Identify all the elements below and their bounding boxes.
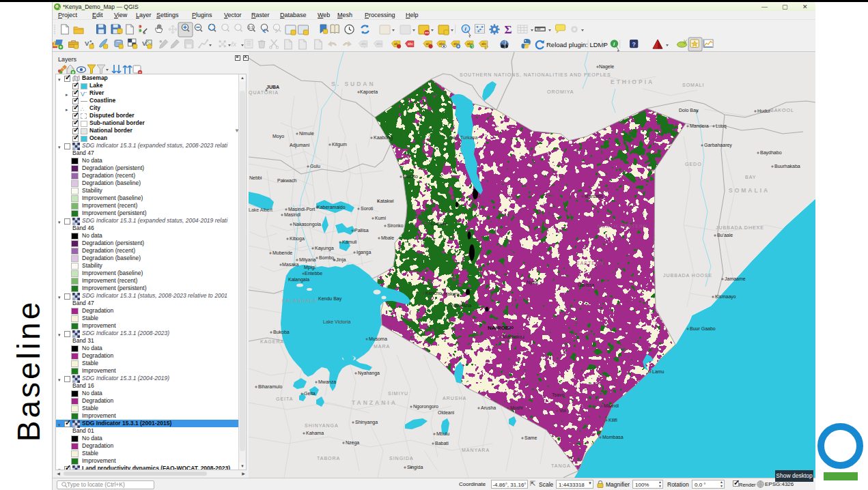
svg-text:Buurhakaba: Buurhakaba: [774, 164, 800, 169]
svg-text:Nebbi: Nebbi: [249, 175, 262, 180]
svg-text:EASTERN: EASTERN: [576, 261, 604, 265]
svg-text:Kamuli: Kamuli: [342, 240, 357, 244]
svg-text:Soroti: Soroti: [361, 206, 374, 211]
svg-text:Lodwar: Lodwar: [431, 221, 447, 226]
svg-text:Luuq: Luuq: [716, 124, 727, 129]
svg-text:Lake Turkana: Lake Turkana: [449, 135, 478, 140]
svg-text:Kaabong: Kaabong: [374, 135, 393, 141]
svg-text:ARUSHA: ARUSHA: [443, 396, 466, 401]
svg-text:Pakwach: Pakwach: [277, 178, 297, 183]
svg-text:Nakasongola: Nakasongola: [293, 222, 321, 227]
svg-text:Garissa: Garissa: [578, 283, 594, 287]
svg-text:Jamaame: Jamaame: [725, 276, 746, 281]
svg-text:SOUTHERN NATIONS, NATIONALITIE: SOUTHERN NATIONS, NATIONALITIES AND PEOP…: [460, 72, 611, 77]
svg-text:Moshi: Moshi: [510, 405, 523, 410]
svg-text:BAKOOL: BAKOOL: [770, 108, 794, 113]
svg-text:Mubende: Mubende: [272, 250, 292, 255]
svg-text:Reload plugin: LDMP: Reload plugin: LDMP: [546, 41, 608, 48]
svg-text:TABORA: TABORA: [317, 456, 340, 461]
svg-text:JUBA: JUBA: [266, 85, 279, 89]
svg-text:Kilifi: Kilifi: [608, 418, 617, 422]
svg-text:Voi: Voi: [559, 408, 566, 413]
svg-text:Bukoba: Bukoba: [273, 330, 290, 334]
svg-text:Lamu: Lamu: [652, 369, 664, 374]
svg-text:Kitgum: Kitgum: [332, 142, 347, 147]
svg-text:Kalangala: Kalangala: [288, 277, 309, 283]
svg-text:Bombo: Bombo: [319, 255, 334, 260]
svg-text:Kayunga: Kayunga: [315, 246, 334, 251]
svg-text:Nzega: Nzega: [346, 440, 359, 446]
svg-text:Singida: Singida: [407, 465, 423, 470]
svg-text:TANZANIA: TANZANIA: [352, 399, 397, 406]
svg-text:Nyahanga: Nyahanga: [358, 371, 380, 376]
svg-text:Sironko: Sironko: [387, 223, 404, 228]
svg-text:Arusha: Arusha: [481, 405, 496, 410]
svg-text:1:1: 1:1: [249, 25, 253, 29]
svg-text:Bu'aale: Bu'aale: [717, 233, 733, 237]
svg-text:Mwanza: Mwanza: [318, 379, 336, 384]
svg-text:fx: fx: [232, 40, 238, 48]
svg-text:Nakuru: Nakuru: [444, 291, 460, 296]
svg-text:Nagele: Nagele: [599, 64, 614, 70]
svg-text:a: a: [143, 30, 146, 35]
svg-text:abc: abc: [361, 42, 367, 46]
svg-text:KALANGALA: KALANGALA: [282, 298, 317, 303]
svg-text:Kismaayo: Kismaayo: [715, 294, 736, 300]
svg-text:JUBBADA DHEXE: JUBBADA DHEXE: [716, 225, 764, 230]
svg-text:Masindi-Port: Masindi-Port: [288, 207, 315, 212]
svg-text:TANGA: TANGA: [551, 463, 571, 468]
svg-text:Babati: Babati: [435, 441, 449, 446]
svg-text:Buur Gaabo: Buur Gaabo: [690, 326, 716, 331]
svg-text:SIMIYU: SIMIYU: [388, 391, 408, 396]
svg-text:Tsavo: Tsavo: [552, 392, 564, 397]
svg-text:Mpigi: Mpigi: [304, 265, 316, 270]
svg-text:NORTH-EASTERN: NORTH-EASTERN: [598, 224, 647, 229]
svg-text:QUATORIA: QUATORIA: [249, 90, 279, 96]
svg-text:Kumi: Kumi: [375, 216, 386, 220]
svg-text:V: V: [85, 40, 89, 47]
svg-text:Shinyanga: Shinyanga: [355, 420, 378, 425]
svg-text:Machakos: Machakos: [503, 334, 524, 339]
svg-text:Naivasha: Naivasha: [451, 303, 471, 308]
svg-text:BAY: BAY: [745, 175, 757, 179]
svg-text:Iganga: Iganga: [356, 250, 372, 255]
svg-text:Kendu Bay: Kendu Bay: [318, 296, 342, 302]
svg-text:Baydhabo: Baydhabo: [760, 150, 782, 156]
svg-text:Jinja: Jinja: [336, 257, 346, 263]
svg-text:MANYARA: MANYARA: [462, 448, 490, 452]
svg-text:Kaberamaido: Kaberamaido: [317, 205, 346, 210]
svg-text:Dolo Bay: Dolo Bay: [679, 108, 699, 113]
svg-text:MM: MM: [537, 28, 541, 31]
svg-text:Oldeani: Oldeani: [438, 410, 455, 415]
svg-text:Ngorongoro: Ngorongoro: [413, 404, 438, 409]
svg-text:ETHIOPIA: ETHIOPIA: [611, 78, 654, 85]
svg-text:Moroto: Moroto: [403, 174, 418, 179]
svg-text:GEDO: GEDO: [685, 162, 702, 167]
svg-text:Masaka: Masaka: [282, 262, 299, 267]
svg-text:Masindi: Masindi: [284, 212, 301, 217]
svg-text:Lake Victoria: Lake Victoria: [323, 319, 350, 324]
svg-text:Σ: Σ: [505, 23, 512, 36]
svg-text:abc: abc: [408, 42, 413, 46]
svg-text:OROMIYA: OROMIYA: [547, 89, 574, 94]
svg-text:SOMALIA: SOMALIA: [729, 187, 770, 194]
svg-text:Musoma: Musoma: [369, 336, 387, 341]
svg-text:Nyeri: Nyeri: [527, 280, 538, 285]
svg-text:Mandera: Mandera: [690, 124, 709, 128]
svg-text:JUBBADA HOOSE: JUBBADA HOOSE: [663, 273, 712, 278]
svg-text:Pallisa: Pallisa: [354, 228, 369, 233]
svg-text:Kericho: Kericho: [425, 291, 442, 296]
svg-text:Gulu: Gulu: [310, 164, 320, 169]
svg-text:Adjumani: Adjumani: [290, 143, 310, 148]
svg-text:Same: Same: [524, 435, 537, 440]
svg-text:abc: abc: [376, 42, 382, 46]
svg-text:KAGERA: KAGERA: [260, 339, 284, 344]
svg-text:Malindi: Malindi: [604, 403, 619, 408]
svg-text:Marsabit: Marsabit: [585, 194, 603, 199]
svg-text:Kiboga: Kiboga: [290, 236, 305, 242]
svg-text:Mbale: Mbale: [381, 235, 394, 240]
svg-text:?: ?: [632, 41, 636, 48]
svg-text:Biharamulo: Biharamulo: [258, 384, 283, 389]
svg-text:SHINYANGA: SHINYANGA: [305, 423, 339, 428]
svg-text:Hudur: Hudur: [757, 109, 771, 113]
